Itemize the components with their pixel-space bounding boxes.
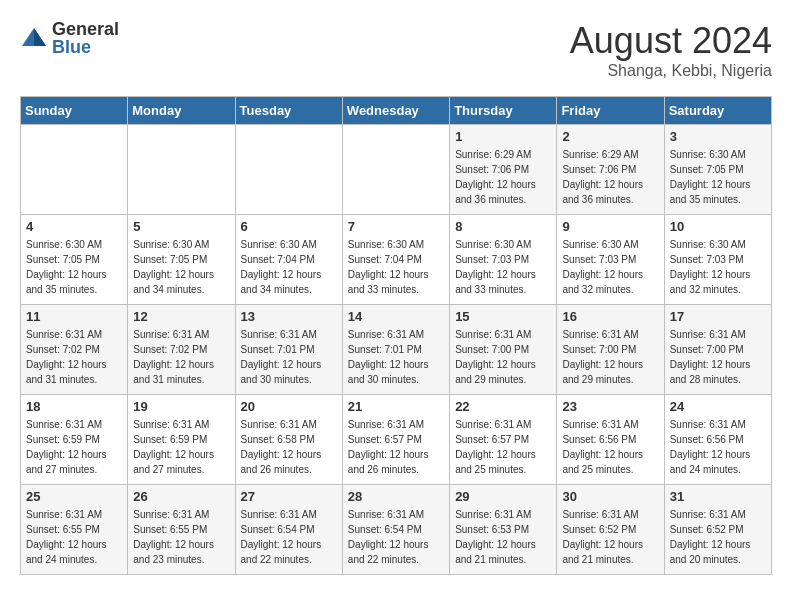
day-info: Sunrise: 6:31 AMSunset: 6:55 PMDaylight:…	[26, 507, 122, 567]
day-number: 22	[455, 399, 551, 414]
daylight: Daylight: 12 hours and 30 minutes.	[348, 357, 444, 387]
daylight: Daylight: 12 hours and 34 minutes.	[133, 267, 229, 297]
sunset: Sunset: 7:00 PM	[562, 342, 658, 357]
sunset: Sunset: 7:05 PM	[133, 252, 229, 267]
calendar-cell: 26Sunrise: 6:31 AMSunset: 6:55 PMDayligh…	[128, 485, 235, 575]
daylight: Daylight: 12 hours and 36 minutes.	[562, 177, 658, 207]
sunset: Sunset: 6:56 PM	[562, 432, 658, 447]
calendar-header: Sunday Monday Tuesday Wednesday Thursday…	[21, 97, 772, 125]
day-info: Sunrise: 6:31 AMSunset: 6:57 PMDaylight:…	[348, 417, 444, 477]
day-number: 26	[133, 489, 229, 504]
calendar-cell: 2Sunrise: 6:29 AMSunset: 7:06 PMDaylight…	[557, 125, 664, 215]
day-info: Sunrise: 6:29 AMSunset: 7:06 PMDaylight:…	[562, 147, 658, 207]
day-number: 24	[670, 399, 766, 414]
day-number: 7	[348, 219, 444, 234]
day-info: Sunrise: 6:30 AMSunset: 7:03 PMDaylight:…	[455, 237, 551, 297]
sunset: Sunset: 6:57 PM	[455, 432, 551, 447]
day-number: 5	[133, 219, 229, 234]
calendar-cell: 28Sunrise: 6:31 AMSunset: 6:54 PMDayligh…	[342, 485, 449, 575]
day-info: Sunrise: 6:31 AMSunset: 6:57 PMDaylight:…	[455, 417, 551, 477]
sunrise: Sunrise: 6:31 AM	[562, 507, 658, 522]
sunrise: Sunrise: 6:31 AM	[348, 327, 444, 342]
day-number: 27	[241, 489, 337, 504]
sunset: Sunset: 6:53 PM	[455, 522, 551, 537]
day-info: Sunrise: 6:31 AMSunset: 6:53 PMDaylight:…	[455, 507, 551, 567]
sunset: Sunset: 7:03 PM	[562, 252, 658, 267]
day-info: Sunrise: 6:31 AMSunset: 7:00 PMDaylight:…	[562, 327, 658, 387]
day-number: 9	[562, 219, 658, 234]
calendar-cell	[342, 125, 449, 215]
sunset: Sunset: 6:54 PM	[348, 522, 444, 537]
day-info: Sunrise: 6:31 AMSunset: 6:58 PMDaylight:…	[241, 417, 337, 477]
sunset: Sunset: 6:52 PM	[562, 522, 658, 537]
daylight: Daylight: 12 hours and 23 minutes.	[133, 537, 229, 567]
calendar-cell: 5Sunrise: 6:30 AMSunset: 7:05 PMDaylight…	[128, 215, 235, 305]
sunset: Sunset: 7:00 PM	[670, 342, 766, 357]
sunset: Sunset: 7:04 PM	[241, 252, 337, 267]
daylight: Daylight: 12 hours and 21 minutes.	[562, 537, 658, 567]
daylight: Daylight: 12 hours and 27 minutes.	[26, 447, 122, 477]
daylight: Daylight: 12 hours and 35 minutes.	[670, 177, 766, 207]
sunrise: Sunrise: 6:31 AM	[241, 507, 337, 522]
day-info: Sunrise: 6:31 AMSunset: 6:54 PMDaylight:…	[348, 507, 444, 567]
calendar-week-5: 25Sunrise: 6:31 AMSunset: 6:55 PMDayligh…	[21, 485, 772, 575]
day-info: Sunrise: 6:31 AMSunset: 7:01 PMDaylight:…	[348, 327, 444, 387]
calendar-cell: 18Sunrise: 6:31 AMSunset: 6:59 PMDayligh…	[21, 395, 128, 485]
daylight: Daylight: 12 hours and 34 minutes.	[241, 267, 337, 297]
daylight: Daylight: 12 hours and 26 minutes.	[348, 447, 444, 477]
sunrise: Sunrise: 6:31 AM	[670, 327, 766, 342]
calendar-cell: 19Sunrise: 6:31 AMSunset: 6:59 PMDayligh…	[128, 395, 235, 485]
day-number: 29	[455, 489, 551, 504]
calendar-cell: 3Sunrise: 6:30 AMSunset: 7:05 PMDaylight…	[664, 125, 771, 215]
day-info: Sunrise: 6:29 AMSunset: 7:06 PMDaylight:…	[455, 147, 551, 207]
day-info: Sunrise: 6:30 AMSunset: 7:04 PMDaylight:…	[241, 237, 337, 297]
sunset: Sunset: 6:57 PM	[348, 432, 444, 447]
sunset: Sunset: 7:02 PM	[26, 342, 122, 357]
calendar-cell: 29Sunrise: 6:31 AMSunset: 6:53 PMDayligh…	[450, 485, 557, 575]
day-number: 10	[670, 219, 766, 234]
sunrise: Sunrise: 6:30 AM	[26, 237, 122, 252]
day-number: 31	[670, 489, 766, 504]
calendar-cell: 1Sunrise: 6:29 AMSunset: 7:06 PMDaylight…	[450, 125, 557, 215]
sunrise: Sunrise: 6:31 AM	[241, 417, 337, 432]
calendar-cell: 16Sunrise: 6:31 AMSunset: 7:00 PMDayligh…	[557, 305, 664, 395]
sunset: Sunset: 6:58 PM	[241, 432, 337, 447]
calendar-cell	[235, 125, 342, 215]
daylight: Daylight: 12 hours and 22 minutes.	[348, 537, 444, 567]
daylight: Daylight: 12 hours and 33 minutes.	[348, 267, 444, 297]
sunrise: Sunrise: 6:31 AM	[26, 417, 122, 432]
calendar-cell: 21Sunrise: 6:31 AMSunset: 6:57 PMDayligh…	[342, 395, 449, 485]
calendar-cell: 13Sunrise: 6:31 AMSunset: 7:01 PMDayligh…	[235, 305, 342, 395]
day-number: 4	[26, 219, 122, 234]
daylight: Daylight: 12 hours and 22 minutes.	[241, 537, 337, 567]
sunrise: Sunrise: 6:31 AM	[562, 327, 658, 342]
day-number: 3	[670, 129, 766, 144]
sunset: Sunset: 7:01 PM	[241, 342, 337, 357]
sunrise: Sunrise: 6:30 AM	[348, 237, 444, 252]
day-number: 16	[562, 309, 658, 324]
sunrise: Sunrise: 6:31 AM	[348, 417, 444, 432]
day-number: 17	[670, 309, 766, 324]
daylight: Daylight: 12 hours and 32 minutes.	[670, 267, 766, 297]
daylight: Daylight: 12 hours and 32 minutes.	[562, 267, 658, 297]
sunset: Sunset: 7:03 PM	[455, 252, 551, 267]
location: Shanga, Kebbi, Nigeria	[570, 62, 772, 80]
daylight: Daylight: 12 hours and 31 minutes.	[26, 357, 122, 387]
title-block: August 2024 Shanga, Kebbi, Nigeria	[570, 20, 772, 80]
sunset: Sunset: 7:00 PM	[455, 342, 551, 357]
daylight: Daylight: 12 hours and 24 minutes.	[670, 447, 766, 477]
calendar-cell: 25Sunrise: 6:31 AMSunset: 6:55 PMDayligh…	[21, 485, 128, 575]
sunrise: Sunrise: 6:31 AM	[26, 507, 122, 522]
sunset: Sunset: 7:02 PM	[133, 342, 229, 357]
calendar-week-3: 11Sunrise: 6:31 AMSunset: 7:02 PMDayligh…	[21, 305, 772, 395]
daylight: Daylight: 12 hours and 36 minutes.	[455, 177, 551, 207]
sunrise: Sunrise: 6:31 AM	[670, 507, 766, 522]
day-info: Sunrise: 6:30 AMSunset: 7:05 PMDaylight:…	[670, 147, 766, 207]
daylight: Daylight: 12 hours and 27 minutes.	[133, 447, 229, 477]
sunrise: Sunrise: 6:29 AM	[455, 147, 551, 162]
day-info: Sunrise: 6:30 AMSunset: 7:05 PMDaylight:…	[133, 237, 229, 297]
sunrise: Sunrise: 6:31 AM	[133, 507, 229, 522]
sunset: Sunset: 7:01 PM	[348, 342, 444, 357]
sunset: Sunset: 6:55 PM	[26, 522, 122, 537]
day-info: Sunrise: 6:31 AMSunset: 6:54 PMDaylight:…	[241, 507, 337, 567]
